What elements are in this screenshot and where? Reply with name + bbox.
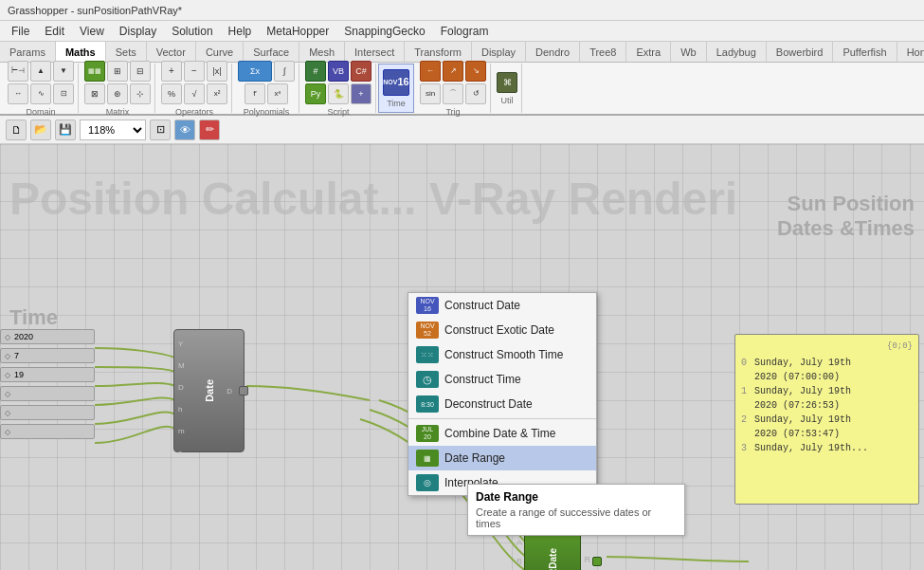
input-hour[interactable]: ◇ — [0, 386, 95, 401]
save-button[interactable]: 💾 — [55, 120, 76, 140]
op-btn-pow[interactable]: x² — [207, 83, 227, 104]
menu-solution[interactable]: Solution — [164, 23, 220, 40]
menubar: File Edit View Display Solution Help Met… — [0, 21, 924, 42]
menu-display[interactable]: Display — [112, 23, 164, 40]
domain-btn-4[interactable]: ↔ — [8, 83, 28, 104]
domain-btn-2[interactable]: ▲ — [30, 61, 51, 82]
op-btn-plus[interactable]: + — [161, 61, 182, 82]
deconstruct-date-label: Deconstruct Date — [444, 397, 533, 411]
poly-btn-1[interactable]: Σx — [238, 61, 272, 82]
trig-btn-5[interactable]: ⌒ — [443, 83, 463, 104]
date-node[interactable]: Date YMDhms D — [173, 329, 245, 452]
input-min[interactable]: ◇ — [0, 405, 95, 420]
tab-wb[interactable]: Wb — [671, 42, 707, 62]
trig-btn-1[interactable]: ← — [420, 61, 441, 82]
trig-btn-4[interactable]: sin — [420, 83, 441, 104]
frame-button[interactable]: ⊡ — [150, 120, 171, 140]
time-label: Time — [387, 99, 406, 108]
tab-transform[interactable]: Transform — [405, 42, 472, 62]
toolbar-group-domain: ⊢⊣ ▲ ▼ ↔ ∿ ⊡ Domain — [4, 64, 79, 113]
script-btn-vb[interactable]: VB — [328, 61, 349, 82]
tab-honeybee[interactable]: Honeybee — [897, 42, 924, 62]
construct-date-icon: NOV16 — [416, 297, 439, 314]
tab-display[interactable]: Display — [472, 42, 526, 62]
date-output-port[interactable] — [239, 386, 248, 395]
op-btn-sqrt[interactable]: √ — [184, 83, 205, 104]
tab-ladybug[interactable]: Ladybug — [707, 42, 767, 62]
script-label: Script — [327, 107, 349, 117]
input-year[interactable]: ◇2020 — [0, 329, 95, 344]
domain-btn-3[interactable]: ▼ — [53, 61, 74, 82]
script-btn-snake[interactable]: 🐍 — [328, 83, 349, 104]
open-button[interactable]: 📂 — [30, 120, 51, 140]
trig-btn-6[interactable]: ↺ — [465, 83, 486, 104]
matrix-btn-5[interactable]: ⊛ — [107, 83, 128, 104]
tab-params[interactable]: Params — [0, 42, 56, 62]
input-month[interactable]: ◇7 — [0, 348, 95, 363]
script-btn-cs[interactable]: C# — [351, 61, 371, 82]
tab-tree8[interactable]: Tree8 — [580, 42, 626, 62]
poly-btn-3[interactable]: f′ — [245, 83, 265, 104]
op-btn-div[interactable]: % — [161, 83, 182, 104]
tab-maths[interactable]: Maths — [56, 42, 106, 62]
menu-help[interactable]: Help — [221, 23, 260, 40]
domain-btn-5[interactable]: ∿ — [30, 83, 51, 104]
trig-btn-3[interactable]: ↘ — [465, 61, 486, 82]
matrix-btn-2[interactable]: ⊞ — [107, 61, 128, 82]
tab-surface[interactable]: Surface — [244, 42, 299, 62]
dropdown-construct-time[interactable]: ◷ Construct Time — [408, 367, 596, 392]
menu-metahopper[interactable]: MetaHopper — [259, 23, 336, 40]
preview-button[interactable]: 👁 — [174, 120, 195, 140]
tab-dendro[interactable]: Dendro — [526, 42, 580, 62]
op-btn-minus[interactable]: − — [184, 61, 205, 82]
zoom-select[interactable]: 118% 100% 75% 50% — [80, 120, 146, 140]
menu-fologram[interactable]: Fologram — [433, 23, 497, 40]
tab-pufferfish[interactable]: Pufferfish — [833, 42, 897, 62]
menu-view[interactable]: View — [72, 23, 112, 40]
dropdown-deconstruct-date[interactable]: 8:30 Deconstruct Date — [408, 392, 596, 416]
input-panel: ◇2020 ◇7 ◇19 ◇ ◇ ◇ — [0, 329, 95, 439]
tab-mesh[interactable]: Mesh — [299, 42, 345, 62]
util-label: Util — [501, 96, 514, 105]
tab-bowerbird[interactable]: Bowerbird — [767, 42, 834, 62]
tab-curve[interactable]: Curve — [196, 42, 244, 62]
dropdown-construct-exotic[interactable]: NOV52 Construct Exotic Date — [408, 318, 596, 342]
matrix-btn-3[interactable]: ⊟ — [130, 61, 151, 82]
menu-snappinggecko[interactable]: SnappingGecko — [336, 23, 432, 40]
input-day[interactable]: ◇19 — [0, 367, 95, 382]
matrix-btn-1[interactable]: ▦▦ — [84, 61, 105, 82]
trig-btn-2[interactable]: ↗ — [443, 61, 463, 82]
dropdown-construct-smooth[interactable]: ⁙⁙ Construct Smooth Time — [408, 342, 596, 367]
util-btn-1[interactable]: ⌘ — [497, 72, 517, 93]
rdate-b-label: B — [516, 557, 522, 566]
date-range-icon: ▦ — [416, 450, 439, 467]
paint-button[interactable]: ✏ — [199, 120, 220, 140]
dropdown-construct-date[interactable]: NOV16 Construct Date — [408, 293, 596, 318]
tab-sets[interactable]: Sets — [106, 42, 147, 62]
combine-date-icon: JUL20 — [416, 425, 439, 442]
domain-label: Domain — [26, 107, 55, 117]
input-sec[interactable]: ◇ — [0, 424, 95, 439]
time-btn-main[interactable]: NOV 16 — [383, 69, 409, 96]
tab-vector[interactable]: Vector — [147, 42, 196, 62]
dropdown-combine-date[interactable]: JUL20 Combine Date & Time — [408, 421, 596, 446]
matrix-btn-6[interactable]: ⊹ — [130, 83, 151, 104]
menu-edit[interactable]: Edit — [37, 23, 72, 40]
script-btn-py[interactable]: Py — [305, 83, 326, 104]
canvas-area[interactable]: Position Calculat... V-Ray Renderi Time … — [0, 144, 924, 570]
poly-btn-4[interactable]: xⁿ — [267, 83, 288, 104]
rdate-output-port[interactable] — [592, 557, 602, 566]
poly-btn-2[interactable]: ∫ — [274, 61, 295, 82]
tab-extra[interactable]: Extra — [626, 42, 671, 62]
toolbar-group-script: # VB C# Py 🐍 + Script — [301, 64, 376, 113]
domain-btn-1[interactable]: ⊢⊣ — [8, 61, 28, 82]
dropdown-date-range[interactable]: ▦ Date Range — [408, 446, 596, 470]
script-btn-hash[interactable]: # — [305, 61, 326, 82]
menu-file[interactable]: File — [4, 23, 37, 40]
tab-intersect[interactable]: Intersect — [345, 42, 405, 62]
matrix-btn-4[interactable]: ⊠ — [84, 83, 105, 104]
op-btn-abs[interactable]: |x| — [207, 61, 227, 82]
script-btn-plus[interactable]: + — [351, 83, 371, 104]
new-button[interactable]: 🗋 — [6, 120, 27, 140]
domain-btn-6[interactable]: ⊡ — [53, 83, 74, 104]
